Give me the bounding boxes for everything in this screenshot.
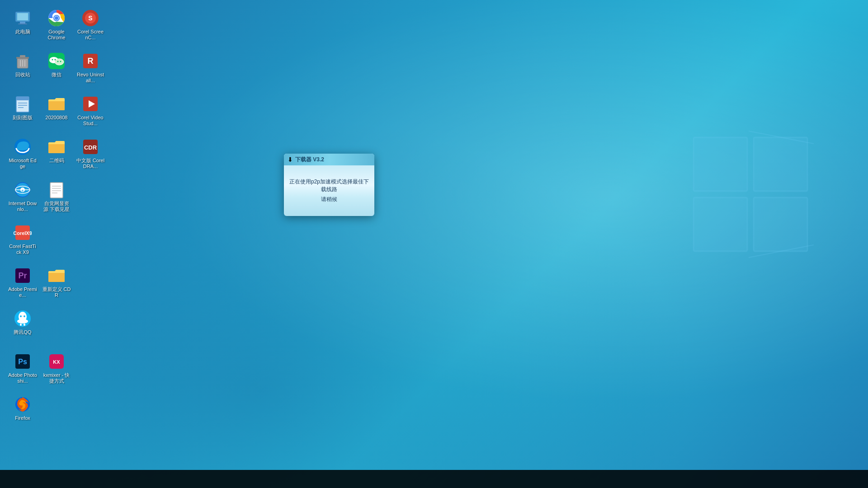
icon-folder-20200808-label: 20200808 — [46, 115, 68, 121]
icon-corelfast[interactable]: CorelX9 Corel FastTick X9 — [7, 221, 38, 262]
svg-rect-9 — [18, 23, 27, 24]
svg-text:e: e — [22, 188, 24, 192]
icon-erweima-label: 二维码 — [49, 158, 64, 164]
svg-rect-33 — [16, 97, 29, 100]
icon-firefox[interactable]: Firefox — [7, 393, 38, 434]
icon-recycle[interactable]: 回收站 — [7, 50, 38, 90]
icon-kxmixer[interactable]: KX kxmixer - 快 捷方式 — [41, 350, 72, 391]
svg-text:KX: KX — [53, 359, 60, 365]
svg-point-28 — [57, 61, 59, 62]
svg-rect-62 — [24, 324, 25, 326]
svg-text:R: R — [88, 56, 94, 66]
svg-rect-3 — [754, 197, 807, 251]
desktop-icons: 此电脑 GoogleChrome S Corel ScreenC — [5, 5, 108, 436]
icon-qq[interactable]: 腾讯QQ — [7, 307, 38, 348]
icon-wechat[interactable]: 微信 — [41, 50, 72, 90]
dialog-titlebar: ⬇ 下载器 V3.2 — [284, 154, 374, 165]
svg-rect-2 — [693, 197, 747, 251]
icon-ziyuan[interactable]: 自觉网显资源 下载见星 — [41, 178, 72, 219]
dialog-download-icon: ⬇ — [288, 156, 293, 163]
icon-ie-label: Internet Downlo... — [8, 201, 37, 212]
svg-rect-47 — [50, 183, 63, 198]
svg-point-58 — [20, 315, 22, 317]
icon-serial[interactable]: 刻刻图版 — [7, 93, 38, 133]
icon-qq-label: 腾讯QQ — [14, 329, 31, 335]
svg-point-25 — [55, 59, 64, 65]
icon-wechat-label: 微信 — [52, 72, 61, 78]
icon-coreldra[interactable]: CDR 中文版 CorelDRA... — [75, 136, 106, 176]
icon-computer[interactable]: 此电脑 — [7, 7, 38, 47]
svg-point-60 — [17, 319, 28, 324]
icon-photoshop-label: Adobe Photoshi... — [8, 372, 37, 384]
taskbar[interactable] — [0, 470, 868, 488]
svg-text:CDR: CDR — [84, 144, 97, 151]
icon-revo[interactable]: R Revo Uninstall... — [75, 50, 106, 90]
svg-rect-61 — [20, 324, 22, 326]
icon-computer-label: 此电脑 — [15, 29, 30, 35]
icon-redefine-cdr-label: 重新定义 CDR — [42, 286, 71, 298]
svg-point-26 — [52, 59, 53, 61]
icon-serial-label: 刻刻图版 — [13, 115, 33, 121]
icon-revo-label: Revo Uninstall... — [76, 72, 105, 84]
icon-corel-video[interactable]: Corel VideoStud... — [75, 93, 106, 133]
windows-logo — [687, 127, 814, 262]
svg-point-59 — [24, 315, 25, 317]
icon-premiere-label: Adobe Premie... — [8, 286, 37, 298]
icon-erweima[interactable]: 二维码 — [41, 136, 72, 176]
icon-firefox-label: Firefox — [15, 415, 30, 421]
icon-chrome-label: GoogleChrome — [47, 29, 65, 41]
svg-point-13 — [55, 16, 58, 20]
dialog-body: 正在使用p2p加速模式选择最佳下载线路 请稍候 — [284, 165, 374, 216]
dialog-sub-text: 请稍候 — [321, 196, 337, 203]
icon-corelfast-label: Corel FastTick X9 — [8, 244, 37, 255]
dialog-main-text: 正在使用p2p加速模式选择最佳下载线路 — [288, 178, 370, 193]
svg-rect-19 — [20, 55, 25, 57]
icon-edge-label: Microsoft Edge — [8, 158, 37, 169]
svg-rect-8 — [20, 22, 25, 23]
icon-ziyuan-label: 自觉网显资源 下载见星 — [42, 201, 71, 212]
svg-rect-7 — [17, 13, 28, 20]
icon-coreldra-label: 中文版 CorelDRA... — [76, 158, 105, 169]
svg-rect-1 — [754, 137, 807, 191]
icon-premiere[interactable]: Pr Adobe Premie... — [7, 264, 38, 305]
icon-corel-screen-label: Corel ScreenC... — [76, 29, 105, 41]
icon-recycle-label: 回收站 — [15, 72, 30, 78]
dialog-title: 下载器 V3.2 — [295, 156, 324, 164]
svg-point-27 — [55, 59, 56, 61]
icon-photoshop[interactable]: Ps Adobe Photoshi... — [7, 350, 38, 391]
svg-rect-0 — [693, 137, 747, 191]
icon-corel-screen[interactable]: S Corel ScreenC... — [75, 7, 106, 47]
icon-folder-20200808[interactable]: 20200808 — [41, 93, 72, 133]
svg-text:CorelX9: CorelX9 — [14, 230, 32, 236]
icon-corel-video-label: Corel VideoStud... — [76, 115, 105, 127]
svg-text:Pr: Pr — [18, 271, 27, 280]
icon-chrome[interactable]: GoogleChrome — [41, 7, 72, 47]
svg-text:S: S — [88, 14, 92, 22]
icon-redefine-cdr[interactable]: 重新定义 CDR — [41, 264, 72, 305]
svg-text:Ps: Ps — [18, 358, 27, 366]
svg-point-29 — [60, 61, 61, 62]
icon-edge[interactable]: Microsoft Edge — [7, 136, 38, 176]
icon-ie[interactable]: e Internet Downlo... — [7, 178, 38, 219]
icon-kxmixer-label: kxmixer - 快 捷方式 — [42, 372, 71, 384]
download-dialog: ⬇ 下载器 V3.2 正在使用p2p加速模式选择最佳下载线路 请稍候 — [284, 154, 374, 216]
